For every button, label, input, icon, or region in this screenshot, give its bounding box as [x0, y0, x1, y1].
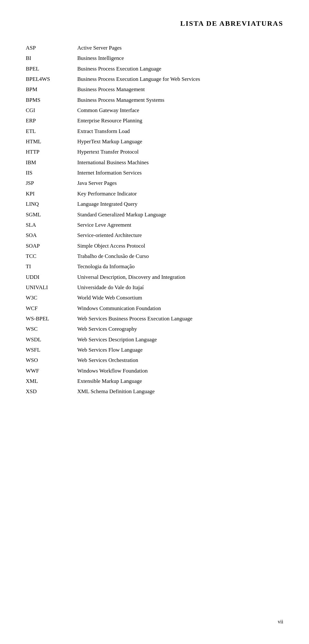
list-item: SOAService-oriented Architecture — [26, 231, 283, 240]
abbreviation-value: Business Intelligence — [77, 54, 283, 62]
abbreviation-value: Extract Transform Load — [77, 127, 283, 136]
abbreviation-key: BI — [26, 54, 77, 62]
list-item: ERPEnterprise Resource Planning — [26, 117, 283, 125]
abbreviation-value: Tecnologia da Informação — [77, 262, 283, 271]
abbreviation-value: Hypertext Transfer Protocol — [77, 148, 283, 156]
abbreviation-key: IBM — [26, 158, 77, 167]
abbreviation-key: WSDL — [26, 336, 77, 344]
abbreviation-key: BPM — [26, 85, 77, 94]
list-item: WSOWeb Services Orchestration — [26, 356, 283, 365]
abbreviation-value: Common Gateway Interface — [77, 106, 283, 115]
list-item: HTTPHypertext Transfer Protocol — [26, 148, 283, 156]
list-item: UDDIUniversal Description, Discovery and… — [26, 273, 283, 281]
abbreviation-key: SOAP — [26, 242, 77, 250]
abbreviation-value: World Wide Web Consortium — [77, 294, 283, 302]
abbreviation-key: WSFL — [26, 346, 77, 354]
list-item: XSDXML Schema Definition Language — [26, 387, 283, 396]
abbreviation-value: Enterprise Resource Planning — [77, 117, 283, 125]
list-item: WS-BPELWeb Services Business Process Exe… — [26, 315, 283, 323]
abbreviation-value: XML Schema Definition Language — [77, 387, 283, 396]
list-item: WCFWindows Communication Foundation — [26, 304, 283, 313]
list-item: JSPJava Server Pages — [26, 179, 283, 187]
abbreviation-value: Web Services Coreography — [77, 325, 283, 333]
abbreviation-value: Extensible Markup Language — [77, 377, 283, 385]
abbreviation-value: Language Integrated Query — [77, 200, 283, 208]
abbreviation-key: WCF — [26, 304, 77, 313]
list-item: XMLExtensible Markup Language — [26, 377, 283, 385]
abbreviation-key: IIS — [26, 169, 77, 177]
abbreviation-key: LINQ — [26, 200, 77, 208]
list-item: TITecnologia da Informação — [26, 262, 283, 271]
abbreviation-key: HTML — [26, 137, 77, 146]
abbreviation-value: Java Server Pages — [77, 179, 283, 187]
abbreviation-key: ASP — [26, 44, 77, 52]
list-item: BPELBusiness Process Execution Language — [26, 65, 283, 73]
abbreviation-value: Web Services Business Process Execution … — [77, 315, 283, 323]
abbreviation-value: Trabalho de Conclusão de Curso — [77, 252, 283, 260]
abbreviation-key: HTTP — [26, 148, 77, 156]
abbreviation-key: JSP — [26, 179, 77, 187]
list-item: IISInternet Information Services — [26, 169, 283, 177]
abbreviation-value: Standard Generalized Markup Language — [77, 211, 283, 219]
abbreviation-key: WSC — [26, 325, 77, 333]
abbreviation-key: WSO — [26, 356, 77, 365]
list-item: TCCTrabalho de Conclusão de Curso — [26, 252, 283, 260]
list-item: ASPActive Server Pages — [26, 44, 283, 52]
abbreviation-value: International Business Machines — [77, 158, 283, 167]
list-item: WSFLWeb Services Flow Language — [26, 346, 283, 354]
list-item: BPMSBusiness Process Management Systems — [26, 96, 283, 104]
list-item: BPMBusiness Process Management — [26, 85, 283, 94]
abbreviation-value: Business Process Execution Language for … — [77, 75, 283, 83]
list-item: HTMLHyperText Markup Language — [26, 137, 283, 146]
abbreviation-value: Active Server Pages — [77, 44, 283, 52]
abbreviation-value: Business Process Management — [77, 85, 283, 94]
list-item: KPIKey Performance Indicator — [26, 190, 283, 198]
abbreviation-value: Universidade do Vale do Itajaí — [77, 283, 283, 292]
abbreviation-value: Simple Object Access Protocol — [77, 242, 283, 250]
abbreviation-key: WS-BPEL — [26, 315, 77, 323]
list-item: WWFWindows Workflow Foundation — [26, 367, 283, 375]
list-item: WSDLWeb Services Description Language — [26, 336, 283, 344]
list-item: IBMInternational Business Machines — [26, 158, 283, 167]
abbreviation-key: CGI — [26, 106, 77, 115]
abbreviation-key: TCC — [26, 252, 77, 260]
list-item: LINQLanguage Integrated Query — [26, 200, 283, 208]
list-item: CGICommon Gateway Interface — [26, 106, 283, 115]
abbreviation-value: Web Services Orchestration — [77, 356, 283, 365]
list-item: SGMLStandard Generalized Markup Language — [26, 211, 283, 219]
abbreviation-key: BPEL — [26, 65, 77, 73]
abbreviation-key: SOA — [26, 231, 77, 240]
list-item: W3CWorld Wide Web Consortium — [26, 294, 283, 302]
page-number: vii — [278, 619, 283, 625]
list-item: WSCWeb Services Coreography — [26, 325, 283, 333]
abbreviation-key: BPMS — [26, 96, 77, 104]
abbreviation-key: KPI — [26, 190, 77, 198]
list-item: SLAService Leve Agreement — [26, 221, 283, 229]
list-item: BPEL4WSBusiness Process Execution Langua… — [26, 75, 283, 83]
list-item: ETLExtract Transform Load — [26, 127, 283, 136]
abbreviation-key: WWF — [26, 367, 77, 375]
abbreviation-value: HyperText Markup Language — [77, 137, 283, 146]
abbreviation-key: UNIVALI — [26, 283, 77, 292]
abbreviation-value: Web Services Description Language — [77, 336, 283, 344]
list-item: SOAPSimple Object Access Protocol — [26, 242, 283, 250]
abbreviations-list: ASPActive Server PagesBIBusiness Intelli… — [0, 44, 309, 424]
abbreviation-value: Windows Communication Foundation — [77, 304, 283, 313]
abbreviation-key: XSD — [26, 387, 77, 396]
abbreviation-value: Service-oriented Architecture — [77, 231, 283, 240]
abbreviation-key: ERP — [26, 117, 77, 125]
abbreviation-value: Service Leve Agreement — [77, 221, 283, 229]
abbreviation-value: Business Process Execution Language — [77, 65, 283, 73]
abbreviation-key: SLA — [26, 221, 77, 229]
abbreviation-key: SGML — [26, 211, 77, 219]
page-title: LISTA DE ABREVIATURAS — [0, 0, 309, 44]
abbreviation-value: Key Performance Indicator — [77, 190, 283, 198]
list-item: BIBusiness Intelligence — [26, 54, 283, 62]
abbreviation-value: Internet Information Services — [77, 169, 283, 177]
abbreviation-key: XML — [26, 377, 77, 385]
abbreviation-value: Universal Description, Discovery and Int… — [77, 273, 283, 281]
abbreviation-key: BPEL4WS — [26, 75, 77, 83]
abbreviation-key: TI — [26, 262, 77, 271]
abbreviation-value: Web Services Flow Language — [77, 346, 283, 354]
abbreviation-key: UDDI — [26, 273, 77, 281]
